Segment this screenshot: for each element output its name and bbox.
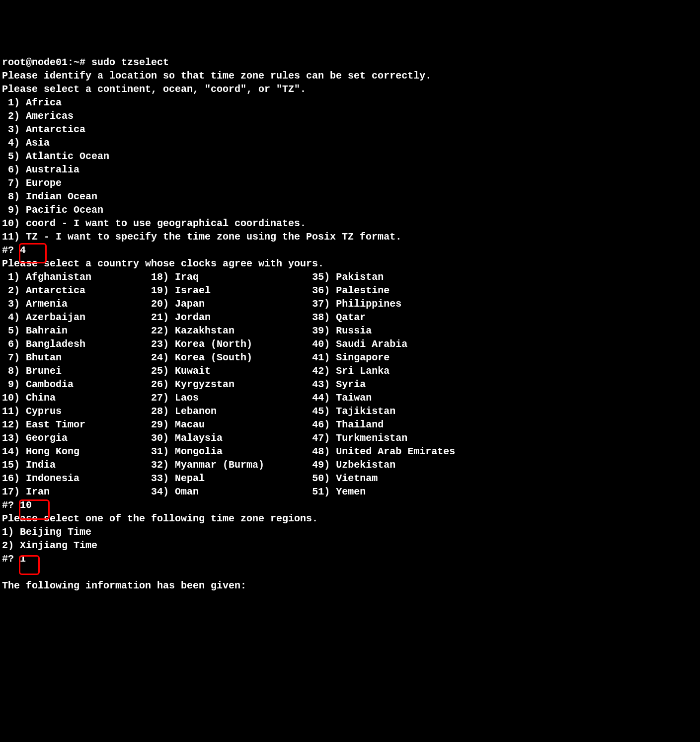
- instruction-line: Please identify a location so that time …: [2, 70, 431, 82]
- continent-option: 2) Americas: [2, 110, 74, 122]
- continent-option: 11) TZ - I want to specify the time zone…: [2, 231, 401, 243]
- continent-option: 10) coord - I want to use geographical c…: [2, 218, 306, 229]
- country-option: 22) Kazakhstan: [151, 325, 312, 336]
- country-option: 38) Qatar: [312, 312, 366, 323]
- country-option: 31) Mongolia: [151, 446, 312, 457]
- country-option: 16) Indonesia: [2, 473, 151, 484]
- continent-option: 1) Africa: [2, 97, 62, 108]
- country-option: 34) Oman: [151, 486, 312, 497]
- continent-option: 6) Australia: [2, 164, 79, 175]
- country-option: 12) East Timor: [2, 419, 151, 430]
- country-option: 15) India: [2, 459, 151, 471]
- continent-option: 7) Europe: [2, 177, 62, 189]
- country-option: 24) Korea (South): [151, 352, 312, 363]
- input-prompt: #?: [2, 499, 20, 511]
- continent-option: 4) Asia: [2, 137, 50, 149]
- terminal-output[interactable]: root@node01:~# sudo tzselect Please iden…: [2, 56, 698, 592]
- country-option: 46) Thailand: [312, 419, 384, 430]
- country-option: 37) Philippines: [312, 298, 401, 310]
- country-option: 51) Yemen: [312, 486, 366, 497]
- country-option: 32) Myanmar (Burma): [151, 459, 312, 471]
- continent-option: 5) Atlantic Ocean: [2, 151, 109, 162]
- user-input-continent[interactable]: 4: [20, 245, 26, 256]
- country-option: 50) Vietnam: [312, 473, 378, 484]
- country-option: 26) Kyrgyzstan: [151, 379, 312, 390]
- country-option: 17) Iran: [2, 486, 151, 497]
- country-option: 8) Brunei: [2, 365, 151, 377]
- country-option: 3) Armenia: [2, 298, 151, 310]
- continent-option: 9) Pacific Ocean: [2, 204, 103, 216]
- country-option: 43) Syria: [312, 379, 366, 390]
- country-option: 1) Afghanistan: [2, 271, 151, 283]
- country-option: 44) Taiwan: [312, 392, 372, 404]
- user-input-country[interactable]: 10: [20, 499, 32, 511]
- country-option: 18) Iraq: [151, 271, 312, 283]
- country-option: 42) Sri Lanka: [312, 365, 389, 377]
- instruction-line: Please select a continent, ocean, "coord…: [2, 83, 306, 95]
- country-option: 33) Nepal: [151, 473, 312, 484]
- continent-option: 3) Antarctica: [2, 124, 85, 135]
- input-prompt: #?: [2, 553, 20, 565]
- country-option: 11) Cyprus: [2, 406, 151, 417]
- instruction-line: Please select one of the following time …: [2, 513, 318, 524]
- country-option: 6) Bangladesh: [2, 338, 151, 350]
- instruction-line: Please select a country whose clocks agr…: [2, 258, 324, 269]
- country-option: 20) Japan: [151, 298, 312, 310]
- country-option: 29) Macau: [151, 419, 312, 430]
- instruction-line: The following information has been given…: [2, 580, 246, 591]
- country-option: 30) Malaysia: [151, 432, 312, 444]
- country-option: 41) Singapore: [312, 352, 389, 363]
- country-option: 40) Saudi Arabia: [312, 338, 407, 350]
- command-text: sudo tzselect: [91, 57, 169, 68]
- country-option: 49) Uzbekistan: [312, 459, 395, 471]
- user-input-region[interactable]: 1: [20, 553, 26, 565]
- country-option: 36) Palestine: [312, 285, 389, 296]
- country-option: 7) Bhutan: [2, 352, 151, 363]
- country-option: 28) Lebanon: [151, 406, 312, 417]
- country-option: 5) Bahrain: [2, 325, 151, 336]
- country-option: 19) Israel: [151, 285, 312, 296]
- country-option: 14) Hong Kong: [2, 446, 151, 457]
- country-option: 48) United Arab Emirates: [312, 446, 455, 457]
- region-option: 1) Beijing Time: [2, 526, 91, 538]
- country-option: 10) China: [2, 392, 151, 404]
- continent-option: 8) Indian Ocean: [2, 191, 97, 202]
- input-prompt: #?: [2, 245, 20, 256]
- region-option: 2) Xinjiang Time: [2, 540, 97, 551]
- country-option: 4) Azerbaijan: [2, 312, 151, 323]
- country-option: 23) Korea (North): [151, 338, 312, 350]
- country-option: 13) Georgia: [2, 432, 151, 444]
- country-option: 9) Cambodia: [2, 379, 151, 390]
- country-option: 45) Tajikistan: [312, 406, 395, 417]
- country-option: 47) Turkmenistan: [312, 432, 407, 444]
- country-option: 39) Russia: [312, 325, 372, 336]
- shell-prompt: root@node01:~#: [2, 57, 91, 68]
- country-option: 35) Pakistan: [312, 271, 384, 283]
- country-option: 27) Laos: [151, 392, 312, 404]
- country-option: 21) Jordan: [151, 312, 312, 323]
- country-option: 2) Antarctica: [2, 285, 151, 296]
- country-option: 25) Kuwait: [151, 365, 312, 377]
